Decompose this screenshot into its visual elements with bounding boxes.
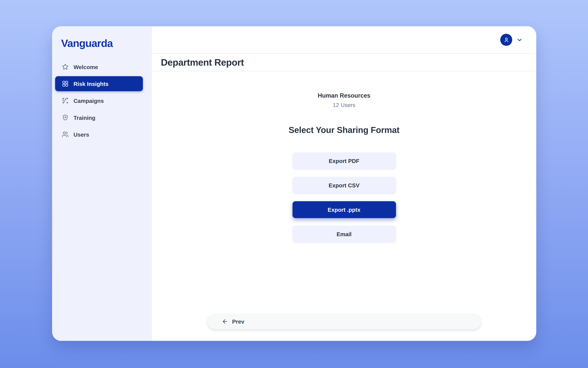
- sidebar-item-welcome[interactable]: Welcome: [55, 59, 143, 74]
- sidebar-item-label: Training: [74, 114, 96, 121]
- strategy-icon: [62, 97, 69, 104]
- main-area: Department Report Human Resources 12 Use…: [152, 26, 536, 341]
- page-title: Department Report: [161, 57, 244, 68]
- export-csv-button[interactable]: Export CSV: [292, 177, 396, 194]
- grid-icon: [62, 80, 69, 87]
- sharing-format-heading: Select Your Sharing Format: [289, 125, 400, 135]
- sidebar-item-label: Campaigns: [74, 98, 104, 104]
- app-window: Vanguarda Welcome: [52, 26, 536, 341]
- sidebar: Vanguarda Welcome: [52, 26, 152, 341]
- desktop-background: Vanguarda Welcome: [0, 0, 588, 368]
- email-button[interactable]: Email: [292, 226, 396, 242]
- sidebar-item-training[interactable]: Training: [55, 110, 143, 125]
- sidebar-item-campaigns[interactable]: Campaigns: [55, 93, 143, 108]
- chevron-down-icon[interactable]: [516, 37, 523, 43]
- app-logo: Vanguarda: [52, 35, 152, 49]
- export-pdf-button[interactable]: Export PDF: [292, 152, 396, 169]
- sidebar-item-users[interactable]: Users: [55, 127, 143, 142]
- sidebar-nav: Welcome Risk Insights: [52, 59, 152, 142]
- star-icon: [62, 64, 69, 70]
- stage: Vanguarda Welcome: [0, 0, 588, 368]
- users-icon: [62, 131, 69, 138]
- export-options: Export PDF Export CSV Export .pptx Email: [292, 152, 396, 242]
- report-content: Human Resources 12 Users Select Your Sha…: [152, 71, 536, 341]
- sidebar-item-risk-insights[interactable]: Risk Insights: [55, 76, 143, 91]
- top-bar: [152, 26, 536, 54]
- page-title-bar: Department Report: [152, 54, 536, 71]
- user-avatar[interactable]: [500, 34, 512, 46]
- prev-button-label: Prev: [232, 318, 244, 325]
- sidebar-item-label: Risk Insights: [74, 81, 109, 87]
- export-pptx-button[interactable]: Export .pptx: [292, 201, 396, 218]
- prev-button[interactable]: Prev: [207, 314, 481, 329]
- arrow-left-icon: [222, 318, 228, 325]
- department-user-count: 12 Users: [333, 102, 355, 108]
- shield-plus-icon: [62, 114, 69, 121]
- department-name: Human Resources: [318, 92, 370, 99]
- sidebar-item-label: Users: [74, 131, 89, 138]
- sidebar-item-label: Welcome: [74, 64, 98, 70]
- user-icon: [503, 37, 509, 43]
